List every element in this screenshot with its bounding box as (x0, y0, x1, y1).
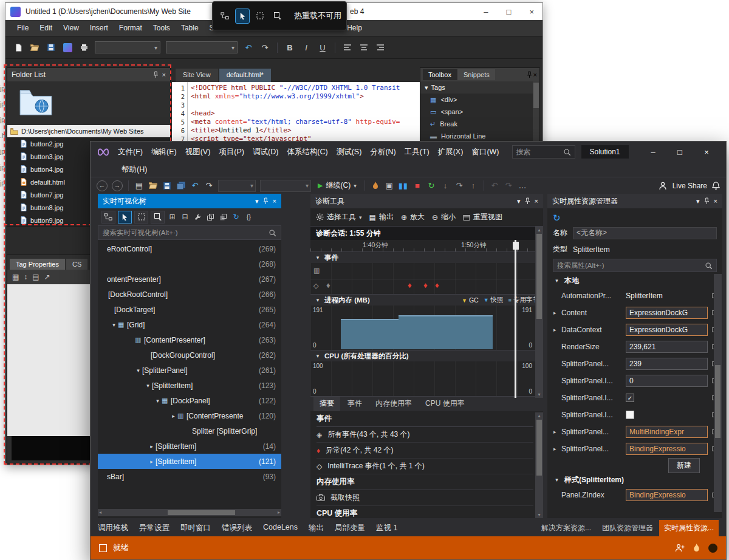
expander-icon[interactable]: ▸ (553, 446, 561, 452)
maximize-icon[interactable]: □ (507, 8, 512, 16)
bottom-tab-监视1[interactable]: 监视 1 (376, 523, 397, 533)
exception-marker[interactable]: ♦ (435, 281, 439, 290)
property-search-box[interactable]: 搜索属性(Alt+·) (553, 259, 717, 272)
redo-icon[interactable]: ↷ (204, 180, 214, 192)
superpreview-icon[interactable] (62, 41, 73, 53)
memory-chart[interactable]: 191 0 191 0 (310, 306, 543, 350)
bottom-tab-异常设置[interactable]: 异常设置 (139, 523, 169, 533)
properties-scrollbar[interactable] (714, 274, 722, 512)
diag-tool-选择工具[interactable]: 选择工具▾ (316, 212, 362, 222)
background-tasks-icon[interactable] (99, 544, 107, 552)
events-chart[interactable]: ▥ ◇ ♦ ♦ ♦ ♦ (310, 263, 543, 295)
vs-menu-D[interactable]: 调试(D) (248, 144, 282, 160)
diag-tab-事件[interactable]: 事件 (341, 396, 368, 411)
toolbox-tab-snippets[interactable]: Snippets (458, 69, 495, 80)
diag-tool-重置视图[interactable]: 重置视图 (463, 212, 502, 222)
timeline-ruler[interactable]: 1:40分钟 1:50分钟 (310, 240, 543, 252)
tree-item[interactable]: Splitter [SplitterGrip] (98, 423, 281, 439)
vs-titlebar[interactable]: 文件(F)编辑(E)视图(V)项目(P)调试(D)体系结构(C)测试(S)分析(… (91, 142, 726, 162)
close-icon[interactable]: × (535, 198, 538, 205)
toolbox-item[interactable]: ▭<span> (420, 106, 539, 118)
property-row-RenderSize[interactable]: RenderSize239,621 (553, 338, 717, 355)
minimize-icon[interactable]: – (640, 143, 666, 161)
notification-circle-icon[interactable] (708, 544, 717, 553)
vs-toolbar-combobox[interactable]: ▾ (218, 180, 256, 192)
folder-list-header[interactable]: Folder List × (7, 68, 170, 81)
cpu-chart[interactable]: 100 0 100 0 (310, 361, 543, 397)
step-out-icon[interactable]: ↑ (468, 180, 478, 192)
toolbox-group-header[interactable]: ▾ Tags (420, 81, 539, 94)
tree-item[interactable]: ▸[SplitterItem](14) (98, 439, 281, 454)
save-all-icon[interactable] (176, 180, 186, 192)
property-value-box[interactable]: BindingExpressio (626, 443, 708, 455)
vs-menu-H[interactable]: 帮助(H) (117, 162, 151, 178)
layout-adorners-icon[interactable] (134, 211, 148, 224)
property-row-SplitterPanelI[interactable]: SplitterPanel.I...✓ (553, 389, 717, 406)
expander-icon[interactable]: ▸ (148, 459, 156, 465)
expander-icon[interactable]: ▸ (553, 429, 561, 435)
bottom-tab-CodeLens[interactable]: CodeLens (263, 523, 298, 533)
italic-icon[interactable]: I (301, 41, 312, 53)
track-focus-icon[interactable] (270, 9, 285, 24)
ew-menu-table[interactable]: Table (176, 22, 204, 34)
ew-menu-insert[interactable]: Insert (84, 22, 114, 34)
tree-item[interactable]: [DockTarget](265) (98, 302, 281, 317)
expander-icon[interactable]: ▾ (110, 322, 118, 328)
align-center-icon[interactable] (358, 41, 369, 53)
redo-icon[interactable]: ↷ (259, 41, 270, 53)
scrollbar-thumb[interactable] (536, 420, 542, 476)
select-element-icon[interactable] (235, 9, 250, 24)
summary-row[interactable]: ◈所有事件(43 个, 共 43 个) (317, 427, 533, 443)
tree-item[interactable]: ▾▦[Grid](264) (98, 317, 281, 332)
timeline-cursor[interactable] (515, 240, 516, 398)
stop-icon[interactable]: ■ (412, 180, 422, 192)
bottom-tab-[interactable]: 解决方案资源... (536, 520, 596, 536)
continue-button[interactable]: ▶继续(C)▾ (315, 180, 359, 191)
summary-row[interactable]: ◇IntelliTrace 事件(1 个, 共 1 个) (317, 459, 533, 474)
track-focus-icon[interactable] (151, 211, 165, 224)
window-menu-icon[interactable]: ▾ (517, 198, 521, 205)
folder-root-item[interactable]: D:\Users\jchen\Documents\My Web Sites (7, 125, 170, 137)
pin-icon[interactable] (525, 197, 530, 205)
save-icon[interactable] (162, 180, 172, 192)
close-icon[interactable]: × (273, 198, 276, 205)
scrollbar-thumb[interactable] (536, 234, 542, 319)
open-folder-icon[interactable] (148, 180, 158, 192)
save-icon[interactable] (46, 41, 56, 53)
vs-menu-S[interactable]: 测试(S) (332, 144, 366, 160)
property-row-AutomationPr[interactable]: AutomationPr...SplitterItem (553, 287, 717, 304)
step-into-icon[interactable]: ↓ (440, 180, 450, 192)
bottom-tab-[interactable]: 实时属性资源... (659, 520, 719, 536)
tree-item[interactable]: ▾▦[DockPanel](122) (98, 393, 281, 408)
expander-icon[interactable]: ▾ (154, 398, 162, 404)
bottom-tab-局部变量[interactable]: 局部变量 (335, 523, 365, 533)
toolbox-item[interactable]: ↵Break (420, 118, 539, 130)
scrollbar-thumb[interactable] (533, 83, 539, 108)
ew-menu-view[interactable]: View (58, 22, 84, 34)
new-project-icon[interactable]: ▤ (134, 180, 144, 192)
vs-search-box[interactable]: 搜索 (512, 145, 575, 159)
braces-icon[interactable]: {} (244, 211, 254, 224)
tree-item[interactable]: [DockGroupControl](262) (98, 347, 281, 363)
live-share-label[interactable]: Live Share (673, 182, 707, 190)
print-icon[interactable] (78, 41, 89, 53)
collapse-all-icon[interactable]: ⊟ (180, 211, 190, 224)
property-value-box[interactable]: 0 (626, 375, 708, 387)
vs-menu-V[interactable]: 视图(V) (181, 144, 215, 160)
goto-live-tree-icon[interactable] (217, 9, 232, 24)
vs-menu-E[interactable]: 编辑(E) (147, 144, 181, 160)
property-row-DataContext[interactable]: ▸DataContextExpressionDockG (553, 321, 717, 338)
align-left-icon[interactable] (342, 41, 353, 53)
bottom-tab-调用堆栈[interactable]: 调用堆栈 (98, 523, 128, 533)
expander-icon[interactable]: ▾ (134, 367, 142, 374)
bottom-tab-[interactable]: 团队资源管理器 (597, 520, 658, 536)
select-element-icon[interactable] (118, 211, 132, 224)
property-row-SplitterPanelI[interactable]: SplitterPanel.I... (553, 406, 717, 423)
checkbox-unchecked[interactable] (626, 411, 634, 419)
tree-item[interactable]: ▸[SplitterItem](121) (98, 454, 281, 469)
editor-tab-SiteView[interactable]: Site View (176, 69, 218, 82)
close-icon[interactable]: × (529, 8, 534, 16)
maximize-icon[interactable]: □ (666, 143, 693, 161)
close-icon[interactable]: × (714, 198, 717, 205)
checkbox-checked[interactable]: ✓ (626, 394, 634, 402)
